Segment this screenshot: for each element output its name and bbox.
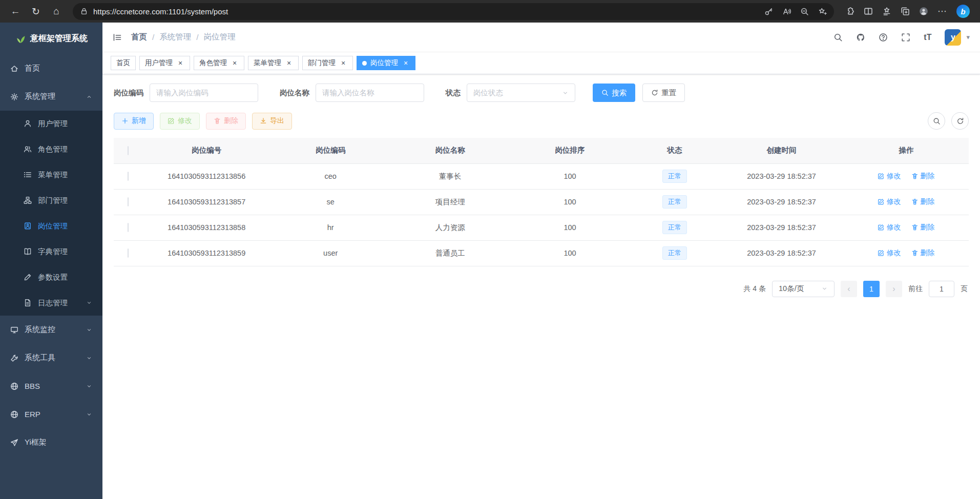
next-page-button[interactable]: › bbox=[886, 281, 902, 297]
row-edit-link[interactable]: 修改 bbox=[878, 223, 901, 232]
page-1-button[interactable]: 1 bbox=[863, 281, 880, 297]
chevron-down-icon bbox=[562, 90, 569, 96]
font-size-icon[interactable]: tT bbox=[924, 33, 931, 42]
sidebar-subitem-log-mgmt[interactable]: 日志管理 bbox=[0, 290, 102, 316]
status-select-placeholder: 岗位状态 bbox=[473, 88, 503, 98]
address-bar-actions bbox=[764, 7, 827, 16]
table-header-row: 岗位编号 岗位编码 岗位名称 岗位排序 状态 创建时间 操作 bbox=[114, 138, 969, 163]
collections-icon[interactable] bbox=[901, 7, 910, 16]
close-icon[interactable]: × bbox=[339, 59, 347, 67]
sidebar-item-system-tools[interactable]: 系统工具 bbox=[0, 344, 102, 372]
breadcrumb-separator: / bbox=[196, 33, 198, 42]
select-all-checkbox[interactable] bbox=[128, 146, 129, 155]
user-avatar[interactable]: y bbox=[945, 29, 961, 46]
edit-icon bbox=[878, 224, 885, 231]
edit-button-label: 修改 bbox=[178, 116, 192, 126]
row-checkbox[interactable] bbox=[128, 223, 129, 232]
sidebar-subitem-param-settings[interactable]: 参数设置 bbox=[0, 264, 102, 290]
sidebar-item-system-mgmt[interactable]: 系统管理 bbox=[0, 82, 102, 111]
add-button[interactable]: 新增 bbox=[114, 113, 154, 130]
fold-menu-icon bbox=[113, 33, 122, 42]
post-code-input[interactable] bbox=[150, 84, 258, 102]
sidebar-subitem-post-mgmt[interactable]: 岗位管理 bbox=[0, 213, 102, 239]
tab-post-mgmt[interactable]: 岗位管理 × bbox=[357, 56, 415, 70]
row-checkbox[interactable] bbox=[128, 248, 129, 258]
tab-user-mgmt[interactable]: 用户管理 × bbox=[139, 56, 190, 70]
sidebar-subitem-user-mgmt[interactable]: 用户管理 bbox=[0, 111, 102, 136]
zoom-out-icon[interactable] bbox=[800, 7, 809, 16]
row-delete-link[interactable]: 删除 bbox=[911, 248, 935, 258]
header-search-icon[interactable] bbox=[833, 33, 843, 42]
docs-question-icon[interactable] bbox=[879, 33, 888, 42]
browser-refresh-button[interactable]: ↻ bbox=[27, 2, 45, 20]
cell-post-id: 1641030593112313857 bbox=[142, 189, 270, 215]
browser-back-button[interactable]: ← bbox=[6, 2, 25, 20]
row-edit-link[interactable]: 修改 bbox=[878, 197, 901, 206]
close-icon[interactable]: × bbox=[176, 59, 184, 67]
fullscreen-icon[interactable] bbox=[901, 33, 910, 42]
sidebar-item-system-monitor[interactable]: 系统监控 bbox=[0, 316, 102, 344]
post-name-input[interactable] bbox=[316, 84, 424, 102]
address-bar[interactable]: https://ccnetcore.com:1101/system/post bbox=[73, 3, 834, 20]
row-checkbox[interactable] bbox=[128, 197, 129, 206]
browser-home-button[interactable]: ⌂ bbox=[47, 2, 66, 20]
extensions-icon[interactable] bbox=[845, 7, 854, 16]
plus-icon bbox=[121, 117, 129, 124]
split-screen-icon[interactable] bbox=[864, 7, 873, 16]
export-button[interactable]: 导出 bbox=[252, 113, 292, 130]
row-edit-link[interactable]: 修改 bbox=[878, 172, 901, 181]
toggle-search-button[interactable] bbox=[928, 112, 945, 130]
chevron-down-icon bbox=[821, 285, 828, 292]
row-delete-link[interactable]: 删除 bbox=[911, 223, 935, 232]
avatar-caret-icon[interactable]: ▾ bbox=[966, 33, 970, 41]
refresh-table-button[interactable] bbox=[951, 112, 969, 130]
sidebar-subitem-role-mgmt[interactable]: 角色管理 bbox=[0, 136, 102, 162]
sidebar-item-home[interactable]: 首页 bbox=[0, 54, 102, 82]
row-delete-link[interactable]: 删除 bbox=[911, 172, 935, 181]
page-size-select[interactable]: 10条/页 bbox=[772, 281, 835, 297]
sidebar-subitem-menu-mgmt[interactable]: 菜单管理 bbox=[0, 162, 102, 188]
close-icon[interactable]: × bbox=[402, 59, 410, 67]
breadcrumb-home[interactable]: 首页 bbox=[131, 32, 147, 43]
row-delete-link[interactable]: 删除 bbox=[911, 197, 935, 206]
filter-form: 岗位编码 岗位名称 状态 岗位状态 搜索 重置 bbox=[114, 84, 969, 102]
reset-button[interactable]: 重置 bbox=[642, 84, 685, 102]
row-checkbox[interactable] bbox=[128, 172, 129, 181]
close-icon[interactable]: × bbox=[231, 59, 239, 67]
sidebar-item-label: 岗位管理 bbox=[38, 221, 68, 231]
tab-dept-mgmt[interactable]: 部门管理 × bbox=[302, 56, 353, 70]
password-key-icon[interactable] bbox=[764, 7, 773, 16]
refresh-icon bbox=[956, 117, 964, 125]
trash-icon bbox=[911, 224, 919, 231]
edit-button[interactable]: 修改 bbox=[160, 113, 200, 130]
goto-page-input[interactable] bbox=[929, 281, 954, 297]
search-button[interactable]: 搜索 bbox=[593, 84, 635, 102]
tab-role-mgmt[interactable]: 角色管理 × bbox=[194, 56, 244, 70]
post-code-label: 岗位编码 bbox=[114, 88, 143, 98]
tab-menu-mgmt[interactable]: 菜单管理 × bbox=[248, 56, 299, 70]
browser-profile-avatar[interactable] bbox=[919, 7, 928, 16]
cell-post-code: hr bbox=[270, 215, 390, 240]
status-select[interactable]: 岗位状态 bbox=[467, 84, 575, 102]
row-edit-link[interactable]: 修改 bbox=[878, 248, 901, 258]
favorites-icon[interactable] bbox=[882, 7, 891, 16]
read-aloud-icon[interactable] bbox=[782, 7, 791, 16]
sidebar-item-erp[interactable]: ERP bbox=[0, 400, 102, 428]
active-tab-dot bbox=[362, 61, 367, 66]
github-icon[interactable] bbox=[856, 33, 865, 42]
sidebar-subitem-dict-mgmt[interactable]: 字典管理 bbox=[0, 239, 102, 264]
close-icon[interactable]: × bbox=[285, 59, 293, 67]
bing-copilot-icon[interactable]: b bbox=[956, 5, 970, 18]
sidebar-item-bbs[interactable]: BBS bbox=[0, 372, 102, 400]
delete-button[interactable]: 删除 bbox=[206, 113, 246, 130]
app-logo[interactable]: 意框架管理系统 bbox=[0, 23, 102, 54]
add-favorite-icon[interactable] bbox=[818, 7, 827, 16]
browser-menu-icon[interactable]: ⋯ bbox=[937, 7, 947, 16]
sidebar-toggle-button[interactable] bbox=[113, 33, 122, 42]
users-icon bbox=[24, 145, 32, 153]
prev-page-button[interactable]: ‹ bbox=[841, 281, 857, 297]
tab-home[interactable]: 首页 bbox=[111, 56, 136, 70]
post-name-label: 岗位名称 bbox=[280, 88, 309, 98]
sidebar-item-yi-framework[interactable]: Yi框架 bbox=[0, 428, 102, 456]
sidebar-subitem-dept-mgmt[interactable]: 部门管理 bbox=[0, 188, 102, 213]
